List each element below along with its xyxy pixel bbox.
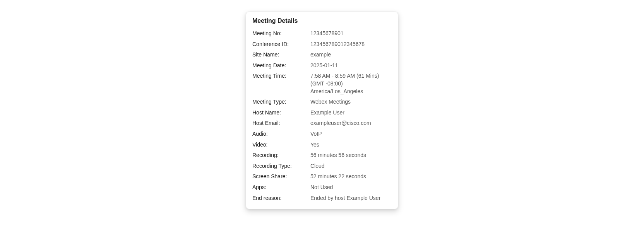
detail-row: Meeting Date: 2025-01-11 bbox=[252, 60, 392, 71]
detail-row: Meeting No: 12345678901 bbox=[252, 28, 392, 39]
detail-value: Ended by host Example User bbox=[310, 194, 392, 202]
detail-value: Cloud bbox=[310, 162, 392, 170]
detail-value: 52 minutes 22 seconds bbox=[310, 173, 392, 181]
detail-row: End reason: Ended by host Example User bbox=[252, 193, 392, 204]
detail-value: example bbox=[310, 51, 392, 59]
card-title: Meeting Details bbox=[252, 17, 392, 24]
detail-value: Not Used bbox=[310, 184, 392, 191]
detail-row: Video: Yes bbox=[252, 140, 392, 150]
detail-label: Site Name: bbox=[252, 51, 310, 59]
detail-label: Conference ID: bbox=[252, 41, 310, 48]
detail-value: VoIP bbox=[310, 130, 392, 138]
detail-value: 7:58 AM - 8:59 AM (61 Mins) (GMT -08:00)… bbox=[310, 72, 392, 95]
detail-label: Host Email: bbox=[252, 119, 310, 127]
detail-label: Meeting Date: bbox=[252, 62, 310, 70]
detail-label: Meeting No: bbox=[252, 30, 310, 38]
detail-row: Recording: 56 minutes 56 seconds bbox=[252, 150, 392, 161]
detail-row: Meeting Time: 7:58 AM - 8:59 AM (61 Mins… bbox=[252, 71, 392, 97]
detail-value: 2025-01-11 bbox=[310, 62, 392, 70]
detail-row: Host Email: exampleuser@cisco.com bbox=[252, 118, 392, 129]
detail-row: Apps: Not Used bbox=[252, 182, 392, 193]
detail-label: Host Name: bbox=[252, 109, 310, 117]
detail-label: Recording: bbox=[252, 152, 310, 159]
detail-value: exampleuser@cisco.com bbox=[310, 119, 392, 127]
detail-row: Audio: VoIP bbox=[252, 129, 392, 140]
detail-row: Meeting Type: Webex Meetings bbox=[252, 97, 392, 107]
detail-value: Example User bbox=[310, 109, 392, 117]
detail-label: Audio: bbox=[252, 130, 310, 138]
meeting-details-card: Meeting Details Meeting No: 12345678901 … bbox=[246, 12, 398, 209]
detail-label: Screen Share: bbox=[252, 173, 310, 181]
detail-label: End reason: bbox=[252, 194, 310, 202]
detail-row: Conference ID: 123456789012345678 bbox=[252, 39, 392, 50]
detail-value: 12345678901 bbox=[310, 30, 392, 38]
detail-label: Video: bbox=[252, 141, 310, 149]
detail-label: Recording Type: bbox=[252, 162, 310, 170]
detail-row: Site Name: example bbox=[252, 49, 392, 60]
detail-label: Meeting Type: bbox=[252, 98, 310, 106]
detail-value: 56 minutes 56 seconds bbox=[310, 152, 392, 159]
detail-row: Host Name: Example User bbox=[252, 107, 392, 118]
detail-label: Meeting Time: bbox=[252, 72, 310, 80]
detail-value: 123456789012345678 bbox=[310, 41, 392, 48]
detail-value: Yes bbox=[310, 141, 392, 149]
detail-label: Apps: bbox=[252, 184, 310, 191]
detail-row: Screen Share: 52 minutes 22 seconds bbox=[252, 171, 392, 182]
detail-row: Recording Type: Cloud bbox=[252, 161, 392, 172]
detail-value: Webex Meetings bbox=[310, 98, 392, 106]
